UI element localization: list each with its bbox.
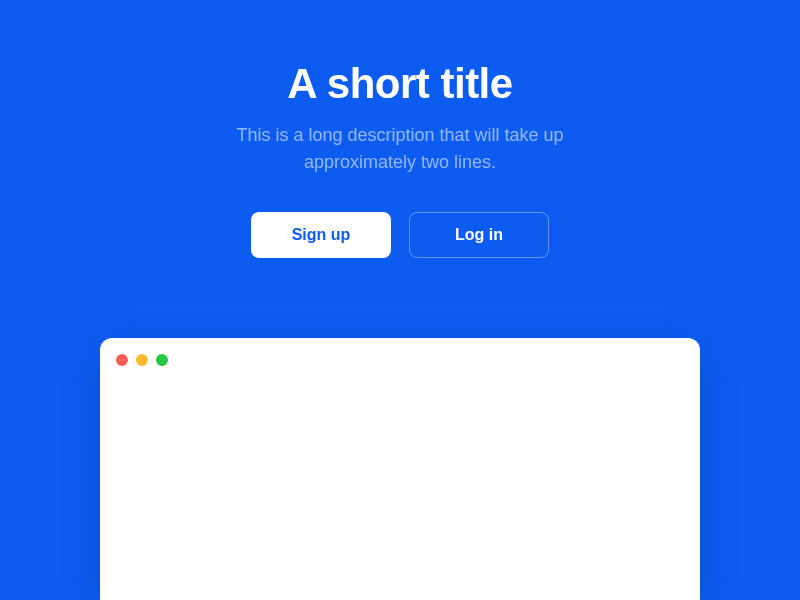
login-button[interactable]: Log in bbox=[409, 212, 549, 258]
page-title: A short title bbox=[287, 60, 512, 108]
signup-button[interactable]: Sign up bbox=[251, 212, 391, 258]
page-description: This is a long description that will tak… bbox=[220, 122, 580, 176]
close-icon bbox=[116, 354, 128, 366]
browser-mockup bbox=[100, 338, 700, 600]
cta-button-row: Sign up Log in bbox=[251, 212, 549, 258]
minimize-icon bbox=[136, 354, 148, 366]
hero-section: A short title This is a long description… bbox=[220, 60, 580, 258]
maximize-icon bbox=[156, 354, 168, 366]
window-traffic-lights bbox=[116, 354, 684, 366]
